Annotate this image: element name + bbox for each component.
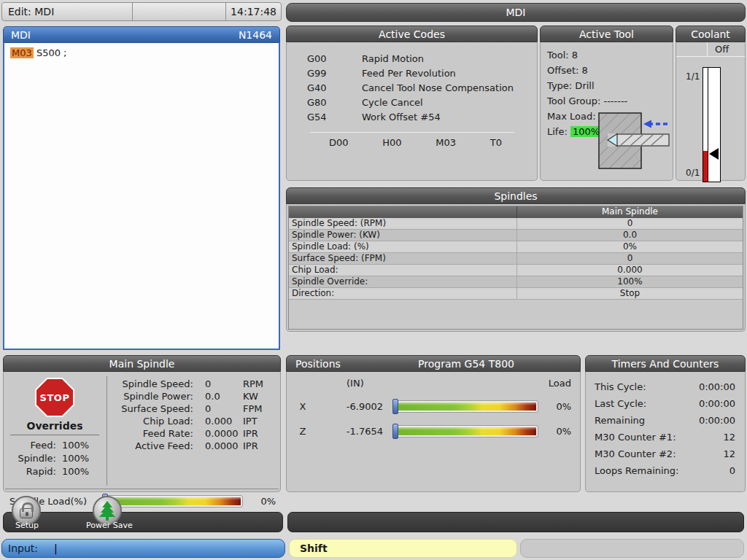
active-codes-panel: Active Codes G00 Rapid Motion G99 Feed P… xyxy=(286,26,538,181)
override-label: Feed: xyxy=(17,439,62,452)
mdi-line-number: N1464 xyxy=(239,27,272,42)
toolbar-left xyxy=(3,512,283,532)
table-row: Chip Load: 0.000 xyxy=(289,265,743,276)
coolant-max-label: 1/1 xyxy=(686,71,700,82)
coolant-status-row: Off xyxy=(676,42,745,57)
mdi-editor-title: MDI xyxy=(11,27,31,42)
drill-illustration-icon xyxy=(597,112,670,170)
active-codes-footer: D00 H00 M03 T0 xyxy=(287,133,537,148)
override-label: Rapid: xyxy=(17,465,62,478)
axis-row-z: Z -1.7654 0% xyxy=(287,424,571,438)
spindle-load-bar xyxy=(103,496,242,507)
input-field[interactable]: Input: | xyxy=(1,539,285,558)
mode-label: Edit: MDI xyxy=(2,6,132,18)
tool-group: Tool Group: ------- xyxy=(547,94,673,109)
d-code: D00 xyxy=(329,137,349,148)
spindle-load-row: Spindle Load(%) 0% xyxy=(9,493,276,509)
coolant-min-label: 0/1 xyxy=(686,168,700,178)
spindles-table: Main Spindle Spindle Speed: (RPM) 0 Spin… xyxy=(288,206,743,330)
coolant-panel: Coolant Off 1/1 0/1 xyxy=(676,26,746,181)
bar-shine xyxy=(104,497,241,501)
timer-row: This Cycle: 0:00:00 xyxy=(595,379,735,396)
table-row: Spindle Override: 100% xyxy=(289,276,743,288)
stop-sign-label: STOP xyxy=(39,382,70,413)
row-value: 0 xyxy=(516,218,743,229)
row-label: Chip Load: xyxy=(289,265,516,276)
positions-panel: Positions Program G54 T800 (IN) Load X -… xyxy=(286,355,581,492)
timer-value: 0:00:00 xyxy=(699,379,735,396)
readout-label: Chip Load: xyxy=(107,416,193,428)
tool-type: Type: Drill xyxy=(547,79,673,94)
pine-tree-glyph-icon xyxy=(98,500,117,521)
row-label: Spindle Override: xyxy=(289,276,516,287)
mdi-code-highlighted-word[interactable]: M03 xyxy=(10,47,34,58)
padlock-glyph-icon xyxy=(20,508,33,518)
gcode: G40 xyxy=(307,81,362,96)
readout-value: 0.0 xyxy=(193,391,243,403)
counter-label: M30 Counter #1: xyxy=(595,429,676,446)
timers-body: This Cycle: 0:00:00 Last Cycle: 0:00:00 … xyxy=(585,372,746,492)
spindles-blank-header xyxy=(289,206,516,218)
gcode-desc: Feed Per Revolution xyxy=(362,66,456,81)
tool-number: Tool: 8 xyxy=(547,48,673,63)
readout-unit: KW xyxy=(243,391,275,403)
axis-letter: X xyxy=(287,401,319,412)
overrides-divider xyxy=(10,435,99,435)
main-spindle-column-header: Main Spindle xyxy=(516,206,743,218)
main-spindle-body: STOP Overrides Feed: 100% Spindle: 100% … xyxy=(3,372,281,492)
readout-unit: IPT xyxy=(243,416,275,428)
override-label: Spindle: xyxy=(17,452,62,465)
row-value: 0.0 xyxy=(516,230,743,241)
readout-label: Spindle Power: xyxy=(107,391,193,403)
counter-row: M30 Counter #2: 12 xyxy=(595,446,735,463)
gcode-desc: Rapid Motion xyxy=(362,52,424,66)
mdi-code-text[interactable]: S500 ; xyxy=(34,47,67,58)
load-header: Load xyxy=(549,378,571,389)
mdi-code-editor[interactable]: M03 S500 ; xyxy=(3,43,280,350)
input-label: Input: xyxy=(8,542,38,554)
readout-unit: FPM xyxy=(243,403,275,416)
readout-label: Active Feed: xyxy=(107,440,193,453)
active-code-row: G54 Work Offset #54 xyxy=(307,110,537,125)
coolant-status: Off xyxy=(707,42,745,56)
override-spindle: Spindle: 100% xyxy=(4,452,106,465)
status-bar: Edit: MDI 14:17:48 xyxy=(1,2,282,21)
counter-label: Loops Remaining: xyxy=(595,463,679,480)
active-code-row: G40 Cancel Tool Nose Compensation xyxy=(307,81,537,96)
timers-panel: Timers And Counters This Cycle: 0:00:00 … xyxy=(585,355,746,492)
shift-status-badge: Shift xyxy=(289,539,517,558)
t-code: T0 xyxy=(490,137,502,148)
setup-label: Setup xyxy=(15,521,39,530)
active-codes-title: Active Codes xyxy=(286,26,538,42)
coolant-status-spacer xyxy=(676,42,707,56)
override-value: 100% xyxy=(62,465,93,478)
timer-label: This Cycle: xyxy=(595,379,646,396)
counter-value: 0 xyxy=(729,463,735,480)
gcode: G00 xyxy=(307,52,362,66)
bar-shine xyxy=(395,427,536,431)
timer-value: 0:00:00 xyxy=(699,413,735,429)
readout-value: 0.000 xyxy=(193,416,243,428)
active-code-row: G80 Cycle Cancel xyxy=(307,96,537,110)
timer-label: Last Cycle: xyxy=(595,396,646,413)
power-save-label: Power Save xyxy=(86,521,133,530)
main-spindle-horizontal-divider xyxy=(5,489,279,489)
axis-position: -1.7654 xyxy=(319,426,383,437)
program-label: Program G54 T800 xyxy=(405,356,571,371)
readout-value: 0.0000 xyxy=(193,428,243,440)
readout-row: Spindle Power: 0.0 KW xyxy=(107,391,277,403)
spindle-load-value: 0% xyxy=(242,496,276,507)
bar-marker-icon xyxy=(392,424,398,439)
row-value: 0% xyxy=(516,241,743,252)
positions-title: Positions xyxy=(295,356,405,371)
readout-unit: IPR xyxy=(243,440,275,453)
readout-row: Surface Speed: 0 FPM xyxy=(107,403,277,416)
positions-header: Positions Program G54 T800 xyxy=(286,355,581,372)
override-value: 100% xyxy=(62,439,93,452)
screen-title: MDI xyxy=(286,3,746,22)
coolant-gauge: 1/1 0/1 xyxy=(676,67,745,184)
readout-row: Spindle Speed: 0 RPM xyxy=(107,378,277,391)
tool-life-label: Life: xyxy=(547,126,568,137)
status-bar-empty xyxy=(520,539,744,558)
counter-row: Loops Remaining: 0 xyxy=(595,463,735,480)
